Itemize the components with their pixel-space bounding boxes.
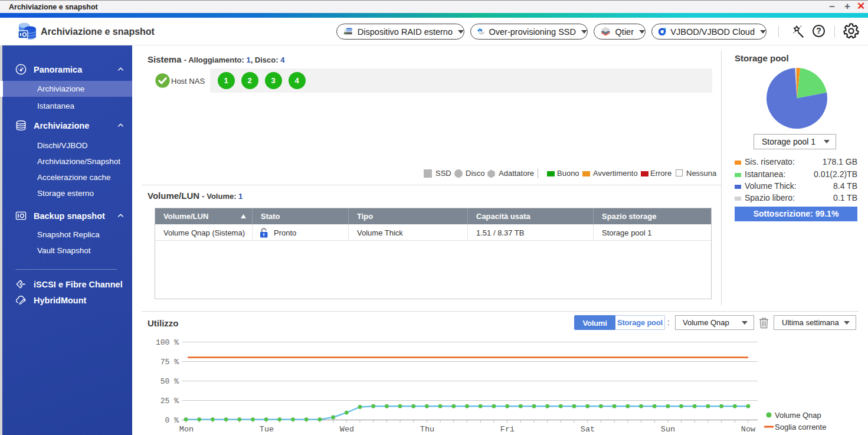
svg-text:Tue: Tue	[260, 425, 274, 434]
svg-text:Volume Qnap: Volume Qnap	[775, 411, 821, 420]
svg-text:0 %: 0 %	[165, 416, 179, 425]
svg-text:50 %: 50 %	[161, 377, 179, 386]
svg-text:Wed: Wed	[340, 425, 354, 434]
svg-text:Sun: Sun	[661, 425, 675, 434]
svg-text:25 %: 25 %	[161, 397, 179, 405]
svg-text:Soglia corrente: Soglia corrente	[775, 423, 826, 431]
svg-text:100 %: 100 %	[156, 338, 179, 347]
svg-text:Thu: Thu	[420, 425, 434, 434]
svg-text:Fri: Fri	[500, 425, 515, 434]
svg-text:Sat: Sat	[581, 425, 595, 434]
svg-text:RAID: RAID	[346, 28, 352, 31]
svg-text:Now: Now	[741, 425, 755, 434]
svg-text:75 %: 75 %	[161, 358, 179, 367]
svg-text:Mon: Mon	[179, 425, 194, 434]
